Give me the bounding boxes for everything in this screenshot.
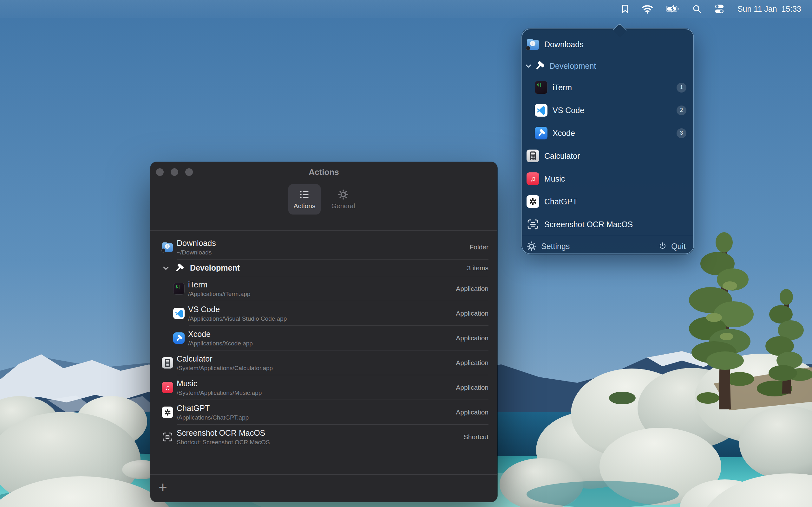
- desktop: Sun 11 Jan 15:33 ↓ Downloads Development: [0, 0, 812, 507]
- header-divider: [150, 230, 497, 231]
- row-type: Application: [456, 309, 489, 317]
- chevron-down-icon[interactable]: [162, 264, 170, 272]
- tab-label: General: [332, 202, 355, 210]
- power-icon: [658, 242, 667, 250]
- hotkey-badge: 3: [676, 128, 687, 138]
- menu-item-music[interactable]: ♫ Music: [522, 167, 693, 190]
- list-item-calculator[interactable]: Calculator /System/Applications/Calculat…: [150, 350, 497, 375]
- window-titlebar[interactable]: Actions: [150, 162, 497, 182]
- menu-item-label: iTerm: [553, 83, 572, 92]
- menu-bar: Sun 11 Jan 15:33: [0, 0, 812, 18]
- xcode-icon: [535, 127, 548, 139]
- row-subtitle: /Applications/ChatGPT.app: [177, 414, 249, 420]
- actions-window: Actions Actions General ↓: [150, 162, 497, 502]
- window-title: Actions: [309, 167, 339, 177]
- hotkey-badge: 1: [676, 83, 687, 93]
- menu-bar-clock[interactable]: Sun 11 Jan 15:33: [738, 4, 801, 14]
- row-subtitle: Shortcut: Screenshot OCR MacOS: [177, 439, 270, 445]
- bookmark-icon[interactable]: [621, 4, 629, 13]
- list-item-chatgpt[interactable]: ChatGPT /Applications/ChatGPT.app Applic…: [150, 400, 497, 425]
- row-title: Screenshot OCR MacOS: [177, 429, 270, 438]
- xcode-icon: [173, 332, 185, 344]
- list-item-screenshot-ocr[interactable]: Screenshot OCR MacOS Shortcut: Screensho…: [150, 425, 497, 449]
- list-group-development[interactable]: Development 3 items: [150, 260, 497, 276]
- menu-item-chatgpt[interactable]: ChatGPT: [522, 190, 693, 213]
- row-type: Application: [456, 384, 489, 391]
- list-item-iterm[interactable]: $| iTerm /Applications/iTerm.app Applica…: [150, 276, 497, 301]
- row-title: Calculator: [177, 354, 273, 363]
- zoom-button[interactable]: [185, 168, 193, 176]
- menu-item-label: Downloads: [544, 40, 583, 49]
- menu-item-label: VS Code: [553, 106, 584, 115]
- gear-icon: [526, 241, 537, 251]
- text-scan-icon: [526, 218, 539, 231]
- quit-button[interactable]: Quit: [658, 242, 686, 251]
- row-subtitle: /System/Applications/Music.app: [177, 390, 262, 396]
- menu-item-screenshot-ocr[interactable]: Screenshot OCR MacOS: [522, 213, 693, 236]
- list-item-xcode[interactable]: Xcode /Applications/Xcode.app Applicatio…: [150, 326, 497, 350]
- list-item-downloads[interactable]: ↓ Downloads ~/Downloads Folder: [150, 235, 497, 260]
- vscode-icon: [173, 308, 185, 319]
- add-action-button[interactable]: +: [159, 487, 167, 490]
- minimize-button[interactable]: [171, 168, 178, 176]
- list-item-vscode[interactable]: VS Code /Applications/Visual Studio Code…: [150, 301, 497, 326]
- chatgpt-icon: [526, 195, 539, 208]
- menu-item-label: Music: [544, 174, 565, 183]
- tab-general[interactable]: General: [327, 184, 359, 215]
- menu-item-label: Development: [549, 61, 596, 71]
- row-subtitle: /Applications/iTerm.app: [188, 291, 250, 297]
- text-scan-icon: [162, 431, 173, 443]
- settings-button[interactable]: Settings: [541, 242, 570, 251]
- menu-item-xcode[interactable]: Xcode 3: [522, 122, 693, 145]
- dropdown-footer: Settings Quit: [522, 236, 693, 253]
- battery-charging-icon[interactable]: [666, 4, 680, 13]
- menu-item-vscode[interactable]: VS Code 2: [522, 99, 693, 122]
- row-title: Xcode: [188, 330, 253, 339]
- menu-extra-dropdown: ↓ Downloads Development $| iTerm 1: [521, 29, 694, 254]
- wifi-icon[interactable]: [641, 4, 654, 13]
- tab-actions[interactable]: Actions: [288, 184, 321, 215]
- window-bottom-bar: +: [150, 474, 497, 502]
- menu-item-development[interactable]: Development: [522, 56, 693, 76]
- close-button[interactable]: [156, 168, 164, 176]
- menu-item-label: Calculator: [544, 152, 580, 161]
- traffic-lights: [156, 168, 193, 176]
- control-center-icon[interactable]: [713, 4, 725, 13]
- tab-label: Actions: [294, 202, 316, 210]
- search-icon[interactable]: [693, 4, 701, 13]
- hammer-icon: [534, 60, 545, 71]
- list-icon: [299, 189, 310, 200]
- row-type: Application: [456, 408, 489, 416]
- row-subtitle: /System/Applications/Calculator.app: [177, 365, 273, 371]
- calculator-icon: [526, 150, 539, 162]
- row-type: Folder: [469, 243, 489, 251]
- row-title: VS Code: [188, 305, 287, 314]
- row-title: Downloads: [177, 239, 216, 248]
- hotkey-badge: 2: [676, 106, 687, 115]
- row-type: Shortcut: [464, 433, 489, 441]
- actions-list: ↓ Downloads ~/Downloads Folder Developme…: [150, 235, 497, 449]
- row-type: 3 items: [467, 264, 489, 272]
- row-type: Application: [456, 334, 489, 342]
- calculator-icon: [162, 357, 173, 369]
- row-subtitle: /Applications/Visual Studio Code.app: [188, 316, 287, 322]
- downloads-folder-icon: ↓: [162, 241, 173, 253]
- row-type: Application: [456, 359, 489, 367]
- list-item-music[interactable]: ♫ Music /System/Applications/Music.app A…: [150, 375, 497, 400]
- iterm-icon: $|: [535, 81, 548, 94]
- menu-item-label: Screenshot OCR MacOS: [544, 220, 633, 229]
- menu-item-downloads[interactable]: ↓ Downloads: [522, 33, 693, 56]
- menu-item-label: Xcode: [553, 129, 575, 138]
- row-title: iTerm: [188, 280, 250, 289]
- toolbar-tabs: Actions General: [150, 184, 497, 215]
- row-subtitle: ~/Downloads: [177, 249, 216, 256]
- chevron-down-icon[interactable]: [525, 62, 532, 70]
- gear-icon: [338, 189, 349, 200]
- menu-item-label: ChatGPT: [544, 197, 577, 206]
- iterm-icon: $|: [173, 283, 185, 294]
- menu-item-calculator[interactable]: Calculator: [522, 145, 693, 167]
- menu-item-iterm[interactable]: $| iTerm 1: [522, 76, 693, 99]
- row-type: Application: [456, 285, 489, 292]
- music-icon: ♫: [526, 172, 539, 185]
- chatgpt-icon: [162, 406, 173, 418]
